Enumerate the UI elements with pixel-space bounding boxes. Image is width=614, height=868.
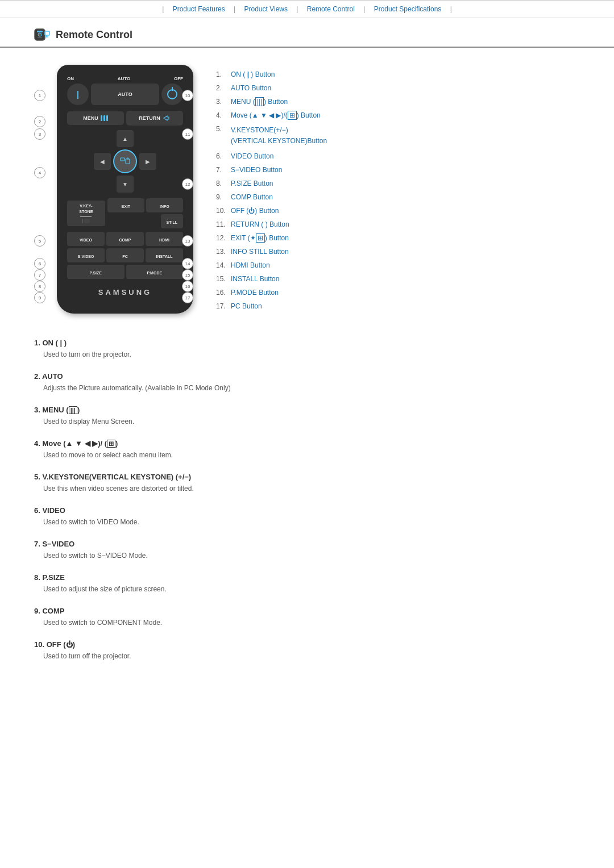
- info-button[interactable]: INFO: [146, 198, 183, 212]
- feature-item: 16. P.MODE Button: [216, 289, 580, 297]
- feature-item: 8. P.SIZE Button: [216, 180, 580, 187]
- dpad-center[interactable]: [113, 149, 137, 173]
- feature-text-2: AUTO Button: [231, 84, 271, 92]
- badge-15: 15: [182, 269, 193, 281]
- svg-point-2: [38, 33, 42, 36]
- dpad-left[interactable]: ◀: [94, 153, 111, 170]
- desc-body-9: Used to switch to COMPONENT Mode.: [34, 617, 580, 628]
- feature-text-9: COMP Button: [231, 193, 273, 201]
- desc-item-4: 4. Move (▲ ▼ ◀ ▶)/ (⊞) Used to move to o…: [34, 439, 580, 460]
- feature-num-4: 4.: [216, 111, 227, 119]
- dpad-down[interactable]: ▼: [117, 176, 134, 193]
- badge-7: 7: [34, 269, 45, 281]
- return-button[interactable]: RETURN: [126, 111, 183, 126]
- nav-remote-control[interactable]: Remote Control: [307, 5, 355, 13]
- page-header: Remote Control: [0, 18, 614, 48]
- page-title: Remote Control: [56, 29, 132, 41]
- svg-rect-9: [127, 158, 128, 159]
- feature-num-10: 10.: [216, 207, 227, 215]
- nav-sep-1: |: [162, 5, 164, 13]
- nav-product-features[interactable]: Product Features: [173, 5, 225, 13]
- desc-item-9: 9. COMP Used to switch to COMPONENT Mode…: [34, 607, 580, 628]
- feature-item: 12. EXIT (✦⊞) Button: [216, 234, 580, 242]
- nav-sep-5: |: [450, 5, 452, 13]
- badge-1: 1: [34, 90, 45, 101]
- dpad-up[interactable]: ▲: [117, 130, 134, 147]
- desc-title-7: 7. S−VIDEO: [34, 540, 580, 548]
- still-button[interactable]: STILL: [161, 214, 183, 228]
- descriptions-section: 1. ON ( | ) Used to turn on the projecto…: [0, 327, 614, 696]
- desc-body-1: Used to turn on the projector.: [34, 349, 580, 360]
- desc-body-10: Used to turn off the projector.: [34, 651, 580, 661]
- desc-body-3: Used to display Menu Screen.: [34, 416, 580, 427]
- psize-button[interactable]: P.SIZE: [67, 265, 125, 279]
- desc-item-10: 10. OFF (⏻) Used to turn off the project…: [34, 640, 580, 661]
- feature-text-5: V.KEYSTONE(+/−)(VERTICAL KEYSTONE)Button: [231, 125, 327, 147]
- desc-title-6: 6. VIDEO: [34, 506, 580, 515]
- badge-5: 5: [34, 235, 45, 247]
- feature-item: 10. OFF (⏻) Button: [216, 207, 580, 215]
- auto-label: AUTO: [118, 76, 131, 81]
- dpad-right[interactable]: ▶: [139, 153, 156, 170]
- badge-10: 10: [182, 90, 193, 101]
- main-content: ON AUTO OFF | AUTO: [0, 48, 614, 327]
- nav-sep-4: |: [363, 5, 365, 13]
- feature-num-12: 12.: [216, 234, 227, 242]
- feature-text-14: HDMI Button: [231, 261, 270, 269]
- desc-body-8: Used to adjust the size of picture scree…: [34, 584, 580, 594]
- feature-item: 17. PC Button: [216, 302, 580, 310]
- hdmi-button[interactable]: HDMI: [146, 232, 183, 246]
- feature-num-17: 17.: [216, 302, 227, 310]
- feature-num-7: 7.: [216, 166, 227, 174]
- feature-item: 5. V.KEYSTONE(+/−)(VERTICAL KEYSTONE)But…: [216, 125, 580, 147]
- feature-num-16: 16.: [216, 289, 227, 297]
- vkeystone-button[interactable]: V.KEY-STONE: [67, 201, 105, 226]
- feature-num-14: 14.: [216, 261, 227, 269]
- feature-item: 13. INFO STILL Button: [216, 248, 580, 256]
- off-label: OFF: [174, 76, 183, 81]
- feature-num-11: 11.: [216, 220, 227, 228]
- feature-text-6: VIDEO Button: [231, 152, 273, 160]
- desc-item-2: 2. AUTO Adjusts the Picture automaticall…: [34, 372, 580, 393]
- desc-title-10: 10. OFF (⏻): [34, 640, 580, 649]
- install-button[interactable]: INSTALL: [146, 248, 183, 262]
- exit-button[interactable]: EXIT: [107, 198, 144, 212]
- nav-product-views[interactable]: Product Views: [244, 5, 287, 13]
- svg-rect-3: [38, 37, 42, 38]
- pc-button[interactable]: PC: [106, 248, 144, 262]
- feature-text-13: INFO STILL Button: [231, 248, 289, 256]
- badge-8: 8: [34, 281, 45, 292]
- nav-product-specs[interactable]: Product Specifications: [374, 5, 442, 13]
- feature-text-7: S−VIDEO Button: [231, 166, 282, 174]
- nav-sep-3: |: [296, 5, 298, 13]
- feature-item: 4. Move (▲ ▼ ◀ ▶)/(⊞) Button: [216, 111, 580, 119]
- desc-title-4: 4. Move (▲ ▼ ◀ ▶)/ (⊞): [34, 439, 580, 448]
- feature-text-12: EXIT (✦⊞) Button: [231, 234, 289, 242]
- auto-button[interactable]: AUTO: [91, 84, 159, 105]
- on-button[interactable]: |: [67, 84, 89, 105]
- feature-num-8: 8.: [216, 180, 227, 187]
- desc-body-4: Used to move to or select each menu item…: [34, 450, 580, 460]
- desc-title-3: 3. MENU (|||): [34, 406, 580, 414]
- feature-item: 1. ON ( | ) Button: [216, 70, 580, 78]
- desc-title-5: 5. V.KEYSTONE(VERTICAL KEYSTONE) (+/−): [34, 473, 580, 481]
- svideo-button[interactable]: S-VIDEO: [67, 248, 105, 262]
- feature-num-13: 13.: [216, 248, 227, 256]
- feature-num-2: 2.: [216, 84, 227, 92]
- comp-button[interactable]: COMP: [106, 232, 144, 246]
- on-label: ON: [67, 76, 74, 81]
- svg-rect-4: [45, 31, 49, 35]
- feature-item: 7. S−VIDEO Button: [216, 166, 580, 174]
- pmode-button[interactable]: P.MODE: [126, 265, 184, 279]
- desc-item-1: 1. ON ( | ) Used to turn on the projecto…: [34, 339, 580, 360]
- feature-text-1: ON ( | ) Button: [231, 70, 275, 78]
- desc-body-2: Adjusts the Picture automatically. (Avai…: [34, 383, 580, 393]
- desc-title-8: 8. P.SIZE: [34, 573, 580, 582]
- off-button[interactable]: [161, 84, 183, 105]
- video-button[interactable]: VIDEO: [67, 232, 105, 246]
- remote-image-container: ON AUTO OFF | AUTO: [34, 65, 193, 316]
- menu-button[interactable]: MENU: [67, 111, 124, 125]
- badge-12: 12: [182, 178, 193, 190]
- svg-rect-1: [37, 31, 43, 32]
- feature-num-3: 3.: [216, 98, 227, 106]
